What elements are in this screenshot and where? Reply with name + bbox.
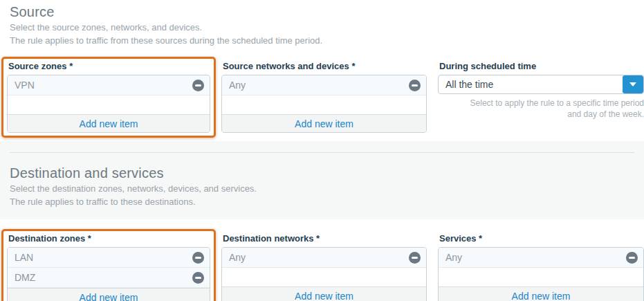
remove-item-icon[interactable] [192, 272, 204, 284]
list-item-label: Any [229, 252, 409, 263]
destination-networks-add-row[interactable]: Add new item [222, 286, 426, 301]
remove-item-icon[interactable] [409, 80, 421, 91]
destination-zones-listbox: LAN DMZ Add new item [7, 247, 210, 301]
list-item-label: DMZ [15, 272, 192, 283]
source-section-header: Source Select the source zones, networks… [0, 0, 644, 47]
destination-section-description-line1: Select the destination zones, networks, … [10, 183, 634, 195]
destination-section-header: Destination and services Select the dest… [0, 161, 644, 208]
listbox-empty-area [439, 268, 643, 286]
remove-item-icon[interactable] [192, 252, 204, 264]
source-section-title: Source [10, 3, 634, 21]
services-label: Services * [438, 232, 644, 247]
list-item-label: Any [229, 80, 409, 91]
list-item-label: Any [445, 252, 626, 263]
destination-networks-label: Destination networks * [221, 232, 427, 247]
source-zones-label: Source zones * [7, 60, 210, 75]
source-networks-listbox: Any Add new item [221, 75, 427, 133]
schedule-select[interactable]: All the time [438, 75, 644, 94]
schedule-selected-value: All the time [439, 75, 623, 93]
destination-section-description-line2: The rule applies to traffic to these des… [10, 196, 634, 208]
listbox-empty-area [8, 95, 210, 114]
chevron-down-icon [629, 82, 636, 86]
add-new-item-link[interactable]: Add new item [80, 292, 138, 301]
destination-zones-column: Destination zones * LAN DMZ Add new item [1, 229, 216, 301]
list-item: Any [222, 248, 426, 268]
list-item: VPN [8, 75, 210, 95]
section-divider [10, 152, 634, 153]
schedule-column: During scheduled time All the time Selec… [432, 57, 644, 125]
list-item-label: LAN [15, 252, 192, 263]
source-section: Source Select the source zones, networks… [0, 0, 644, 138]
destination-columns: Destination zones * LAN DMZ Add new item… [1, 229, 644, 301]
schedule-help-line1: Select to apply the rule to a specific t… [438, 98, 644, 109]
destination-section: Destination zones * LAN DMZ Add new item… [0, 229, 644, 301]
source-section-description-line1: Select the source zones, networks, and d… [10, 21, 634, 34]
destination-section-title: Destination and services [10, 164, 634, 182]
source-zones-listbox: VPN Add new item [7, 75, 210, 133]
schedule-label: During scheduled time [438, 60, 644, 75]
destination-networks-column: Destination networks * Any Add new item [216, 229, 432, 301]
source-columns: Source zones * VPN Add new item Source n… [1, 57, 644, 138]
services-add-row[interactable]: Add new item [439, 286, 643, 301]
destination-zones-add-row[interactable]: Add new item [8, 288, 210, 301]
listbox-empty-area [222, 268, 426, 286]
schedule-select-button[interactable] [623, 75, 643, 93]
schedule-help-text: Select to apply the rule to a specific t… [438, 98, 644, 120]
source-networks-label: Source networks and devices * [221, 60, 427, 75]
source-section-description-line2: The rule applies to traffic from these s… [10, 35, 634, 47]
remove-item-icon[interactable] [626, 252, 638, 264]
remove-item-icon[interactable] [409, 252, 421, 264]
source-networks-column: Source networks and devices * Any Add ne… [216, 57, 432, 138]
services-listbox: Any Add new item [438, 247, 644, 301]
list-item: DMZ [8, 268, 210, 288]
add-new-item-link[interactable]: Add new item [512, 291, 571, 301]
schedule-help-line2: and day of the week. [438, 109, 644, 120]
source-networks-add-row[interactable]: Add new item [222, 114, 426, 132]
add-new-item-link[interactable]: Add new item [295, 118, 353, 129]
source-zones-add-row[interactable]: Add new item [8, 114, 210, 132]
list-item-label: VPN [15, 80, 192, 91]
destination-networks-listbox: Any Add new item [221, 247, 427, 301]
services-column: Services * Any Add new item [432, 229, 644, 301]
add-new-item-link[interactable]: Add new item [295, 291, 353, 301]
list-item: Any [439, 248, 643, 268]
list-item: Any [222, 75, 426, 95]
destination-zones-label: Destination zones * [7, 232, 210, 247]
listbox-empty-area [222, 95, 426, 114]
remove-item-icon[interactable] [192, 80, 204, 91]
list-item: LAN [8, 248, 210, 268]
destination-section-band: Destination and services Select the dest… [0, 141, 644, 219]
source-zones-column: Source zones * VPN Add new item [1, 57, 216, 138]
add-new-item-link[interactable]: Add new item [80, 118, 138, 129]
